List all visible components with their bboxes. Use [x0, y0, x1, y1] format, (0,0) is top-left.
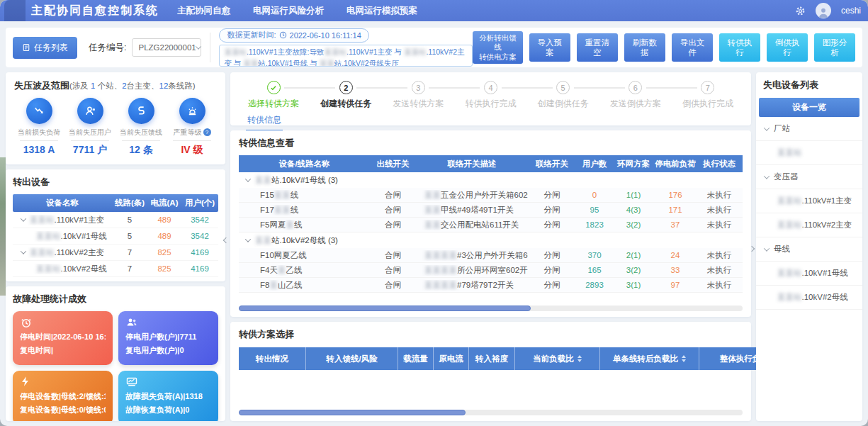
avatar[interactable] — [816, 3, 831, 18]
tree-item[interactable]: 某某站.10kV#2母线 — [756, 286, 862, 310]
user-name[interactable]: ceshi — [841, 6, 861, 16]
cell-pre-outage-load: 176 — [654, 191, 697, 199]
table-row[interactable]: F4天某乙线合闸某某某某所公用环网室602开关分闸1653(2)33未执行F8看… — [239, 263, 743, 278]
table-row[interactable]: 某某站.10kV#1母线54893542 — [13, 228, 218, 245]
task-list-button[interactable]: 任务列表 — [13, 37, 77, 59]
cell-out-switch: 合闸 — [370, 205, 416, 215]
table-row[interactable]: 某某站.110kV#2主变78254169 — [13, 245, 218, 261]
column-header: 原电流 — [434, 347, 469, 370]
expand-right-handle[interactable] — [750, 241, 754, 254]
cell-users: 1823 — [576, 220, 613, 229]
column-header: 设备名称 — [13, 198, 112, 208]
chevron-down-icon[interactable] — [21, 248, 26, 254]
users-icon — [77, 98, 103, 124]
tree-section[interactable]: 厂站 — [756, 117, 862, 141]
step-indicator[interactable]: 3 — [412, 81, 425, 94]
gear-icon[interactable] — [795, 6, 806, 16]
text-segment: .110kV#2主变 — [55, 248, 105, 257]
text-segment: .10kV#1母线 — [802, 269, 848, 277]
step-indicator[interactable] — [267, 81, 281, 94]
tree-section[interactable]: 变压器 — [756, 165, 862, 189]
redacted-text: 某某站 — [777, 220, 802, 229]
chevron-down-icon[interactable] — [764, 125, 770, 130]
toolbar-buttons: 分析转出馈线 转供电方案导入预案重置清空刷新数据导出文件转供执行倒供执行图形分析 — [473, 31, 855, 63]
table-row[interactable]: F17某某线合闸某某甲线#49塔49T1开关分闸954(3)171未执行F7天 — [239, 203, 743, 218]
tab-transfer-info[interactable]: 转供信息 — [246, 112, 283, 131]
step-indicator[interactable]: 5 — [556, 81, 570, 94]
cell-users: 0 — [576, 191, 613, 199]
sort-icon[interactable] — [682, 355, 686, 362]
impact-subtitle: (涉及 1 个站、2台主变、12条线路) — [69, 82, 196, 90]
toolbar-button[interactable]: 导入预案 — [529, 33, 570, 62]
table-row[interactable]: 某某站.110kV#1主变54893542 — [13, 212, 218, 228]
impact-panel: 失压波及范围(涉及 1 个站、2台主变、12条线路) 当前损失负荷1318 A当… — [6, 72, 225, 164]
tree-item[interactable]: 某某站.110kV#2主变 — [756, 213, 862, 237]
table-row[interactable]: F10网夏乙线合闸某某某某#3公用户外开关箱602开关分闸3702(1)24未执… — [239, 248, 743, 263]
nav-tab-0[interactable]: 主配协同自愈 — [177, 5, 230, 17]
cell-ring-plan: 3(2) — [613, 220, 654, 229]
horizontal-scrollbar[interactable] — [239, 306, 743, 311]
step-indicator[interactable]: 7 — [701, 81, 714, 94]
cell-tie-switch: 分闸 — [528, 250, 576, 261]
table-row[interactable]: F15某某线合闸某某五金公用户外开关箱602开关分闸01(1)176未执行F11… — [239, 188, 743, 203]
chevron-down-icon[interactable] — [764, 173, 770, 179]
update-time-label: 数据更新时间: — [227, 30, 276, 40]
toolbar: 任务列表 任务编号: PLZG22000001 数据更新时间: 2022-06-… — [6, 28, 862, 67]
toolbar-button[interactable]: 倒供执行 — [767, 33, 808, 62]
toolbar-button[interactable]: 分析转出馈线 转供电方案 — [473, 31, 522, 63]
text-segment: .110kV#1主变故障:导致 — [247, 47, 325, 56]
horizontal-scrollbar-thumb[interactable] — [239, 306, 531, 311]
toolbar-button[interactable]: 图形分析 — [814, 33, 855, 62]
text-segment: F17 — [260, 206, 274, 214]
stat-card-line: 复电用户数(户)|0 — [125, 344, 211, 357]
cell-target-feeder: F11五 — [742, 190, 743, 201]
step-indicator[interactable]: 2 — [339, 81, 353, 94]
toolbar-button[interactable]: 导出文件 — [672, 33, 713, 62]
chevron-down-icon[interactable] — [245, 176, 251, 181]
nav-tab-1[interactable]: 电网运行风险分析 — [253, 5, 324, 17]
cell-exec-status: 未执行 — [697, 265, 742, 276]
nav-tab-2[interactable]: 电网运行模拟预案 — [346, 5, 417, 17]
chevron-down-icon[interactable] — [245, 236, 251, 242]
stat-card-line: 停电设备数|母线:2/馈线:12 — [20, 390, 106, 403]
step-indicator[interactable]: 4 — [484, 81, 497, 94]
toolbar-button[interactable]: 转供执行 — [719, 33, 760, 62]
toolbar-button[interactable]: 重置清空 — [577, 33, 618, 62]
text-segment: .10kV#2母线 — [802, 293, 848, 301]
column-label: 原电流 — [439, 354, 463, 364]
table-row[interactable]: 某某站.10kV#2母线78254169 — [13, 261, 218, 277]
sort-icon[interactable] — [577, 355, 582, 362]
horizontal-scrollbar-thumb[interactable] — [239, 410, 466, 415]
column-header: 停电前负荷 — [654, 159, 697, 169]
tree-item[interactable]: 某某站.10kV#1母线 — [756, 262, 862, 286]
redacted-text: 某某站 — [224, 47, 247, 56]
help-icon[interactable]: ? — [203, 128, 211, 136]
step-indicator[interactable]: 6 — [629, 81, 642, 94]
lightning-icon — [20, 376, 106, 388]
chevron-down-icon[interactable] — [21, 215, 26, 221]
chevron-down-icon[interactable] — [764, 245, 770, 251]
device-name: 某某站.10kV#2母线 — [36, 264, 107, 274]
collapse-left-handle[interactable] — [224, 232, 228, 245]
transfer-out-panel: 转出设备 设备名称线路(条)电流(A)用户(个) 某某站.110kV#1主变54… — [6, 169, 225, 281]
fault-description[interactable]: 某某站.110kV#1主变故障:导致某某站.110kV#1主变 与 某某站.11… — [219, 45, 473, 67]
tree-section[interactable]: 母线 — [756, 237, 862, 262]
column-label: 转出情况 — [256, 354, 288, 364]
cell-lines: 7 — [112, 264, 147, 273]
task-no-select[interactable]: PLZG22000001 — [132, 38, 201, 57]
column-header: 设备/线路名称 — [239, 159, 370, 169]
tree-item[interactable]: 某某站 — [756, 141, 862, 165]
table-row[interactable]: F8某山乙线合闸某某某某#79塔79T2开关分闸28933(1)97未执行F5和… — [239, 278, 743, 293]
horizontal-scrollbar[interactable] — [239, 410, 743, 415]
cell-lines: 5 — [112, 215, 147, 224]
group-row[interactable]: 某某站.10kV#1母线 (3) — [239, 172, 743, 188]
toolbar-button[interactable]: 刷新数据 — [624, 33, 665, 62]
transfer-info-panel: 转供信息查看 设备/线路名称出线开关联络开关描述联络开关用户数环网方案停电前负荷… — [230, 130, 751, 317]
cell-out-switch: 合闸 — [370, 190, 416, 201]
group-row[interactable]: 某某站.10kV#2母线 (3) — [239, 232, 743, 248]
tree-item[interactable]: 某某站.110kV#1主变 — [756, 189, 862, 213]
cell-ring-plan: 1(1) — [613, 191, 654, 199]
text-segment: 山乙线 — [278, 281, 303, 289]
table-row[interactable]: F5网夏某线合闸某某交公用配电站611开关分闸18233(2)37未执行F16马 — [239, 218, 743, 232]
text-segment: .10kV#1母线 — [61, 232, 107, 240]
